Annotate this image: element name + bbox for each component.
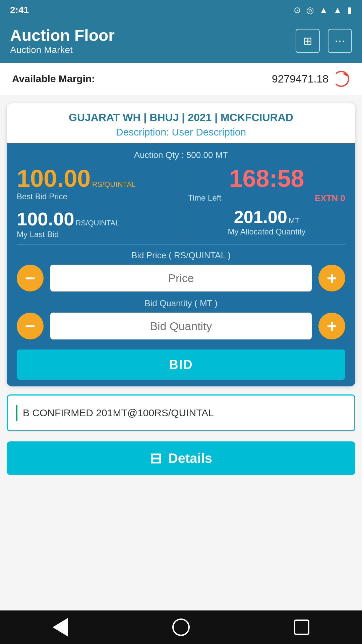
app-header: Auction Floor Auction Market ⊞ ⋯ [0, 20, 362, 63]
best-bid-price: 100.00 [17, 165, 90, 192]
bid-price-decrement-button[interactable]: − [17, 265, 44, 291]
alloc-qty-label: My Allocated Quantity [188, 227, 345, 236]
app-subtitle: Auction Market [10, 45, 115, 55]
confirmation-section: B CONFIRMED 201MT@100RS/QUINTAL [7, 394, 355, 431]
status-bar: 2:41 ⊙ ◎ ▲ ▲ ▮ [0, 0, 362, 20]
nav-recent-button[interactable] [292, 617, 312, 637]
recent-icon [294, 620, 309, 635]
back-icon [53, 618, 68, 637]
bottom-nav [0, 610, 362, 644]
chat-icon-button[interactable]: ⋯ [328, 29, 352, 53]
header-actions: ⊞ ⋯ [296, 29, 352, 53]
time-format-label: Time Left EXTN 0 [188, 191, 345, 204]
best-bid-price-row: 100.00 RS/QUINTAL [17, 166, 174, 191]
grid-icon-button[interactable]: ⊞ [296, 29, 320, 53]
battery-icon: ▮ [347, 5, 352, 15]
extn-badge: EXTN 0 [315, 193, 345, 204]
auction-panel: Auction Qty : 500.00 MT 100.00 RS/QUINTA… [7, 143, 355, 386]
bid-price-input[interactable] [50, 265, 312, 291]
status-icons: ⊙ ◎ ▲ ▲ ▮ [294, 5, 352, 15]
auction-description: Description: User Description [13, 126, 349, 138]
bid-qty-increment-button[interactable]: + [318, 313, 345, 339]
home-icon [172, 619, 190, 636]
confirm-cursor [16, 405, 17, 421]
location-icon: ◎ [306, 5, 314, 15]
alloc-qty-unit: MT [289, 216, 299, 225]
bid-qty-label: Bid Quantity ( MT ) [17, 298, 345, 309]
signal-icon: ▲ [333, 5, 342, 15]
last-bid-price: 100.00 [17, 208, 74, 229]
chat-icon: ⋯ [335, 35, 345, 47]
margin-label: Available Margin: [12, 73, 95, 85]
auction-qty-row: Auction Qty : 500.00 MT [17, 150, 345, 160]
refresh-icon [333, 71, 349, 87]
header-title: Auction Floor Auction Market [10, 26, 115, 55]
last-bid-unit: RS/QUINTAL [76, 219, 119, 227]
right-stats: 168:58 Time Left EXTN 0 201.00 MT My All… [188, 166, 345, 236]
auction-qty-label: Auction Qty : 500.00 MT [134, 150, 228, 160]
details-icon: ⊟ [150, 450, 162, 467]
confirmation-message: B CONFIRMED 201MT@100RS/QUINTAL [23, 407, 214, 419]
last-bid-price-row: 100.00 RS/QUINTAL [17, 208, 174, 230]
confirmation-box: B CONFIRMED 201MT@100RS/QUINTAL [7, 394, 355, 431]
time-left-value: 168:58 [229, 165, 304, 192]
best-bid-unit: RS/QUINTAL [92, 180, 136, 189]
last-bid-label: My Last Bid [17, 230, 174, 239]
auction-title: GUJARAT WH | BHUJ | 2021 | MCKFCIURAD De… [7, 103, 355, 143]
details-label: Details [168, 451, 212, 466]
bid-price-section: Bid Price ( RS/QUINTAL ) − + Bid Quantit… [17, 250, 345, 380]
margin-value: 9279471.18 [272, 73, 328, 85]
status-time: 2:41 [10, 5, 29, 15]
bid-qty-row: − + [17, 313, 345, 339]
nav-back-button[interactable] [50, 617, 70, 637]
notification-icon: ⊙ [294, 5, 301, 15]
refresh-button[interactable] [333, 70, 350, 88]
bid-qty-input[interactable] [50, 313, 312, 339]
app-title: Auction Floor [10, 26, 115, 45]
wifi-icon: ▲ [319, 5, 328, 15]
time-left-row: 168:58 [188, 166, 345, 191]
bid-price-row: − + [17, 265, 345, 291]
grid-icon: ⊞ [303, 35, 312, 47]
bid-price-increment-button[interactable]: + [318, 265, 345, 291]
details-button[interactable]: ⊟ Details [7, 441, 355, 475]
left-stats: 100.00 RS/QUINTAL Best Bid Price 100.00 … [17, 166, 174, 239]
bid-price-label: Bid Price ( RS/QUINTAL ) [17, 250, 345, 261]
alloc-qty-value: 201.00 [234, 207, 287, 227]
time-left-label: Time Left [188, 193, 221, 203]
best-bid-label: Best Bid Price [17, 192, 174, 201]
bid-stats: 100.00 RS/QUINTAL Best Bid Price 100.00 … [17, 166, 345, 245]
auction-name: GUJARAT WH | BHUJ | 2021 | MCKFCIURAD [13, 111, 349, 124]
nav-home-button[interactable] [171, 617, 191, 637]
margin-bar: Available Margin: 9279471.18 [0, 63, 362, 95]
vertical-divider [181, 166, 181, 239]
bid-qty-decrement-button[interactable]: − [17, 313, 44, 339]
alloc-qty-row: 201.00 MT [188, 207, 345, 227]
main-card: GUJARAT WH | BHUJ | 2021 | MCKFCIURAD De… [7, 103, 355, 386]
margin-value-row: 9279471.18 [272, 70, 350, 88]
bid-button[interactable]: BID [17, 350, 345, 380]
